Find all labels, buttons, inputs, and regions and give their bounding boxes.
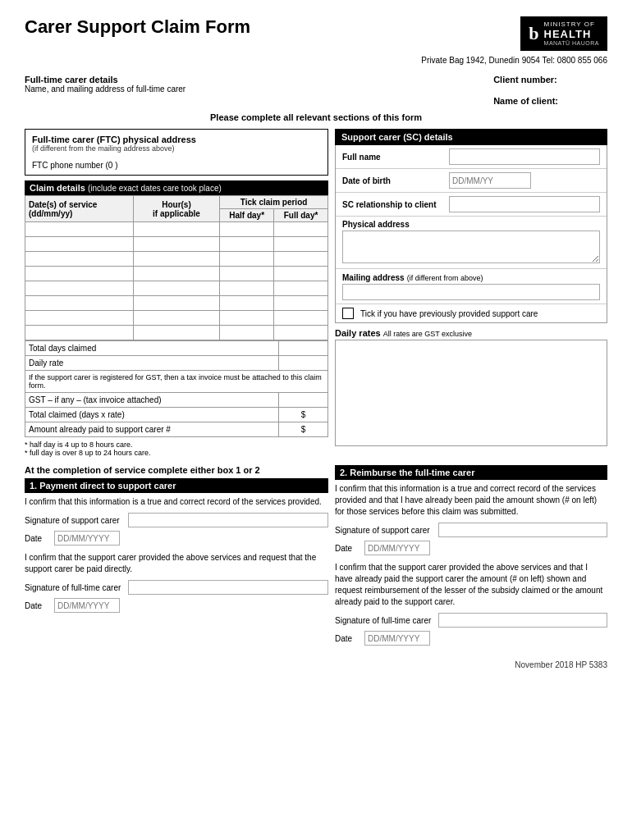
reimburse-header: 2. Reimburse the full-time carer [335,465,607,480]
gst-label: GST – if any – (tax invoice attached) [25,393,279,408]
sc-mailing-address-input[interactable] [342,284,600,300]
payment-date2-label: Date [25,601,49,610]
amount-paid-label: Amount already paid to support carer # [25,422,279,437]
footer-text: November 2018 HP 5383 [25,660,607,669]
gst-note: If the support carer is registered for G… [25,371,328,393]
at-completion-label: At the completion of service complete ei… [25,465,328,475]
reimburse-date-label: Date [335,544,360,553]
sc-details-header: Support carer (SC) details [335,129,607,145]
claim-details-header: Claim details [30,183,85,193]
reimburse-sig-ftc-label: Signature of full-time carer [335,616,433,625]
col-header-full-day: Full day* [274,209,328,222]
logo-org-line3: MANATŪ HAUORA [544,40,599,47]
daily-rate-value [279,356,328,371]
ftc-box-subtitle: (if different from the mailing address a… [32,144,321,153]
claim-details-subheader: (include exact dates care took place) [88,184,222,193]
sc-previously-provided-checkbox[interactable] [342,308,354,319]
amount-paid-value: $ [279,422,328,437]
ftc-box-title: Full-time carer (FTC) physical address [32,135,321,144]
reimburse-confirm2: I confirm that the support carer provide… [335,562,607,608]
total-days-label: Total days claimed [25,341,279,356]
sc-relationship-label: SC relationship to client [342,200,449,209]
table-row [25,267,328,281]
ftc-section-subtitle: Name, and mailing address of full-time c… [25,84,185,94]
col-header-half-day: Half day* [220,209,274,222]
total-claimed-label: Total claimed (days x rate) [25,408,279,422]
total-claimed-value: $ [279,408,328,422]
name-of-client-label: Name of client: [493,96,558,106]
table-row [25,311,328,326]
reimburse-date2-input[interactable] [364,631,430,646]
col-header-hours: Hour(s)if applicable [133,196,219,222]
sc-full-name-input[interactable] [449,148,600,165]
reimburse-sig-support-label: Signature of support carer [335,526,433,535]
table-row [25,237,328,252]
daily-rates-sub: All rates are GST exclusive [383,330,472,338]
logo-fern-icon: b [529,23,538,44]
logo-org-line2: HEALTH [544,29,599,40]
payment-date-label: Date [25,534,49,543]
reimburse-date2-label: Date [335,634,360,643]
ftc-phone-label: FTC phone number (0 ) [32,161,321,170]
sc-mailing-address-label: Mailing address [342,273,405,282]
payment-direct-confirm1: I confirm that this information is a tru… [25,496,328,508]
sc-physical-address-input[interactable] [342,231,600,263]
reimburse-sig-ftc-input[interactable] [438,613,607,628]
total-days-value [279,341,328,356]
footnote-half-day: * half day is 4 up to 8 hours care. [25,441,328,449]
reimburse-confirm1: I confirm that this information is a tru… [335,483,607,518]
sc-mailing-address-sub: (if different from above) [407,274,483,282]
daily-rates-label: Daily rates [335,328,381,338]
payment-sig-support-input[interactable] [128,513,328,527]
payment-sig-support-label: Signature of support carer [25,516,123,525]
payment-sig-ftc-input[interactable] [128,580,328,595]
gst-value [279,393,328,408]
table-row [25,252,328,267]
footnote-full-day: * full day is over 8 up to 24 hours care… [25,449,328,457]
table-row [25,326,328,340]
payment-date2-input[interactable] [54,598,120,613]
sc-full-name-label: Full name [342,153,449,162]
payment-direct-confirm2: I confirm that the support carer provide… [25,552,328,575]
client-number-label: Client number: [493,75,557,84]
sc-physical-address-label: Physical address [342,220,600,229]
col-header-date: Date(s) of service(dd/mm/yy) [25,196,134,222]
page-title: Carer Support Claim Form [25,16,250,38]
reimburse-date-input[interactable] [364,541,430,555]
col-header-tick: Tick claim period [220,196,328,209]
please-complete-text: Please complete all relevant sections of… [25,112,607,122]
sc-tick-label: Tick if you have previously provided sup… [360,309,538,318]
payment-direct-header: 1. Payment direct to support carer [25,478,328,493]
sc-relationship-input[interactable] [449,196,600,212]
table-row [25,296,328,311]
table-row [25,222,328,237]
payment-sig-ftc-label: Signature of full-time carer [25,583,123,592]
daily-rates-area [335,340,607,446]
sc-dob-label: Date of birth [342,176,449,185]
reimburse-sig-support-input[interactable] [438,523,607,537]
table-row [25,281,328,296]
ftc-section-title: Full-time carer details [25,75,185,84]
daily-rate-label: Daily rate [25,356,279,371]
sc-dob-input[interactable] [449,172,531,189]
contact-info: Private Bag 1942, Dunedin 9054 Tel: 0800… [421,56,607,65]
payment-date-input[interactable] [54,531,120,546]
